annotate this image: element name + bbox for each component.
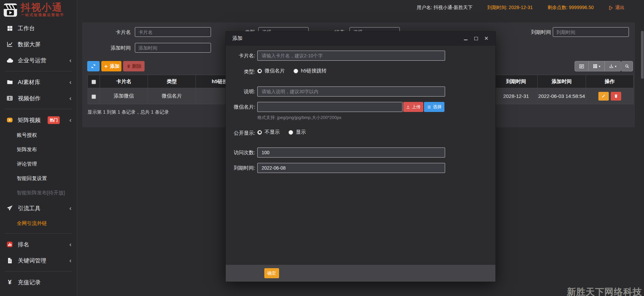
sidebar-divider [5,233,72,234]
pagination-text: 显示第 1 到第 1 条记录，总共 1 条记录 [88,109,169,115]
sidebar-item-label: AI素材库 [18,78,40,86]
type-label: 类型: [226,69,255,75]
sidebar-item-traffic-tools[interactable]: 引流工具 ‹ [0,200,77,216]
logout-icon [608,5,613,10]
wechat-card-input[interactable] [257,102,402,112]
col-actions: 操作 [586,75,634,88]
radio-label: h5链接跳转 [301,68,327,74]
search-button[interactable] [621,61,633,71]
add-dialog: 添加 ✕ 卡片名: 类型: 微信名片 h5链接跳转 说明: 微信名片: 上传 选… [225,31,496,282]
close-button[interactable]: ✕ [484,36,489,41]
maximize-button[interactable] [474,36,478,41]
sidebar-subitem-comment-manage[interactable]: 评论管理 [0,157,77,171]
type-radio-wechat-card[interactable]: 微信名片 [257,68,285,74]
sidebar-item-label: 视频创作 [18,95,41,102]
refresh-icon [91,64,96,69]
caret-down-icon: ▾ [599,65,600,68]
radio-selected-icon [257,130,262,135]
grid-icon [593,64,598,69]
detail-view-icon [579,64,584,69]
sidebar-item-label: 工作台 [18,24,35,32]
sidebar-subitem-external-links[interactable]: 全网引流外链 [0,216,77,231]
topbar: 用户名: 抖视小通-新胜天下 到期时间: 2028-12-31 剩余点数: 99… [77,0,644,15]
desc-label: 说明: [226,88,255,95]
cell-type: 微信名片 [148,88,196,104]
wechat-card-label: 微信名片: [226,104,255,110]
sidebar-item-label: 关键词管理 [18,257,46,264]
filter-card-name-input[interactable] [135,27,211,37]
sidebar-item-workbench[interactable]: 工作台 [0,20,77,36]
radio-icon [293,69,298,73]
dialog-header[interactable]: 添加 ✕ [226,32,495,46]
row-delete-button[interactable] [611,92,621,101]
radio-selected-icon [257,69,262,73]
detail-view-button[interactable] [575,61,589,71]
cloud-icon [6,57,13,64]
card-name-input[interactable] [257,51,445,61]
scrollbar-track[interactable] [641,0,644,296]
choose-button-label: 选择 [433,104,442,110]
sidebar-subitem-matrix-publish[interactable]: 矩阵发布 [0,142,77,157]
brand-title: 抖视小通 [21,2,64,12]
expire-date-input[interactable] [257,163,445,173]
sidebar-item-ai-library[interactable]: AI素材库 ‹ [0,74,77,90]
choose-button[interactable]: 选择 [424,102,444,112]
visits-label: 访问次数: [226,150,255,156]
brand-logo: 抖视小通 一站式短视频运营助手 [0,0,77,20]
sidebar-subitem-label: 评论管理 [17,161,37,167]
dialog-footer: 确定 [226,265,495,282]
minimize-button[interactable] [463,36,468,41]
col-expire: 到期时间 [495,75,538,88]
sidebar-divider [5,71,72,71]
scrollbar-thumb[interactable] [641,31,644,79]
sidebar-subitem-label: 智能回复设置 [17,175,47,182]
desc-input[interactable] [257,86,445,97]
trash-icon [126,64,131,68]
sidebar-item-video-create[interactable]: 视频创作 ‹ [0,90,77,106]
sidebar-item-ranking[interactable]: 排名 ‹ [0,236,77,252]
refresh-button[interactable] [87,61,100,71]
bar-chart-icon [6,241,13,248]
sidebar: 抖视小通 一站式短视频运营助手 工作台 数据大屏 企业号运营 ‹ AI素材库 ‹ [0,0,77,296]
visits-input[interactable] [257,147,445,158]
add-button[interactable]: ＋添加 [101,61,121,71]
sidebar-subitem-account-auth[interactable]: 账号授权 [0,128,77,142]
delete-button[interactable]: 删除 [123,61,145,71]
filter-add-time-input[interactable] [135,43,211,53]
filter-add-time-label: 添加时间 [97,43,131,53]
row-checkbox[interactable] [92,95,96,99]
sidebar-item-keyword-manage[interactable]: 关键词管理 ‹ [0,252,77,269]
sidebar-item-matrix-video[interactable]: 矩阵视频 热门 ‹ [0,112,77,128]
topbar-username: 用户名: 抖视小通-新胜天下 [417,5,472,11]
chevron-left-icon: ‹ [69,241,71,247]
sidebar-item-recharge-record[interactable]: ¥ 充值记录 [0,274,77,290]
type-radio-h5-link[interactable]: h5链接跳转 [293,68,327,74]
row-edit-button[interactable] [598,92,609,101]
watermark-text: 新胜天下网络科技 [567,286,642,296]
public-radio-show[interactable]: 显示 [288,129,306,135]
sidebar-item-label: 排名 [18,241,29,248]
card-name-label: 卡片名: [226,53,255,59]
sidebar-item-data-screen[interactable]: 数据大屏 [0,36,77,52]
sidebar-subitem-label: 账号授权 [17,132,37,138]
select-all-checkbox[interactable] [92,80,96,84]
sidebar-divider [5,271,72,272]
upload-button[interactable]: 上传 [403,102,423,112]
sidebar-divider [5,109,72,109]
public-radio-hide[interactable]: 不显示 [257,129,280,135]
export-button[interactable]: ▾ [605,61,621,71]
search-icon [625,64,630,69]
chevron-left-icon: ‹ [69,79,71,85]
logout-label: 退出 [615,5,625,11]
list-icon [427,105,431,109]
filter-expire-input[interactable] [553,27,629,37]
topbar-points: 剩余点数: 9999996.50 [547,5,594,11]
sidebar-item-label: 企业号运营 [18,57,46,64]
sidebar-subitem-smart-reply[interactable]: 智能回复设置 [0,171,77,186]
hot-badge: 热门 [48,116,60,124]
sidebar-item-enterprise[interactable]: 企业号运营 ‹ [0,52,77,68]
grid-view-button[interactable]: ▾ [589,61,605,71]
radio-icon [288,130,293,135]
logout-button[interactable]: 退出 [608,5,625,11]
confirm-button[interactable]: 确定 [264,268,279,278]
